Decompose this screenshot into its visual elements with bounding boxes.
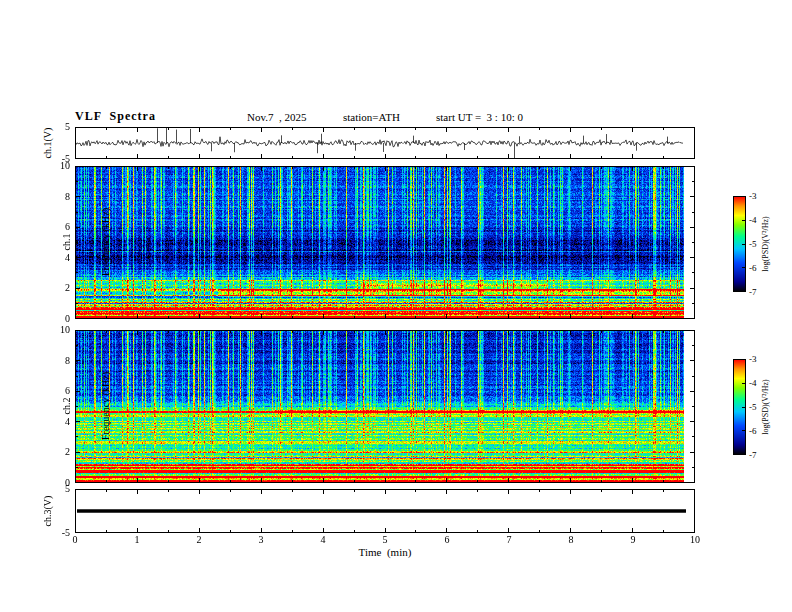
vlf-spectra-figure: VLF Spectra Nov.7 , 2025 station=ATH sta… (0, 0, 792, 612)
colorbar-1-tick-label: -7 (749, 287, 771, 297)
x-tick-label: 4 (313, 534, 333, 545)
spec1-y-tick-label: 4 (44, 252, 70, 263)
colorbar-ch2 (733, 359, 746, 455)
colorbar-1-tick-label: -5 (749, 239, 771, 249)
x-tick-label: 9 (623, 534, 643, 545)
ch2-spec-y-axis-label-line2: Frequency (kHz) (99, 341, 112, 471)
colorbar-2-tick-label: -7 (749, 450, 771, 460)
colorbar-1-tick-label: -6 (749, 263, 771, 273)
figure-title: VLF Spectra (75, 109, 156, 124)
colorbar-2-tick-label: -4 (749, 378, 771, 388)
x-tick-label: 10 (685, 534, 705, 545)
spec1-y-tick-label: 8 (44, 191, 70, 202)
colorbar-2-tick-label: -3 (749, 354, 771, 364)
x-axis-label: Time (min) (305, 546, 465, 558)
x-tick-label: 7 (499, 534, 519, 545)
colorbar-ch1 (733, 196, 746, 292)
station-label: station=ATH (343, 111, 400, 123)
wave1-y-tick-label: 5 (48, 121, 70, 132)
ch1-spec-y-axis-label-line2: Frequency (kHz) (99, 177, 112, 307)
ch2-spectrogram-plot (75, 330, 695, 483)
start-ut-label: start UT = 3 : 10: 0 (436, 111, 523, 123)
ch3-waveform-plot (75, 489, 695, 533)
x-tick-label: 5 (375, 534, 395, 545)
colorbar-2-tick-label: -5 (749, 402, 771, 412)
spec1-y-tick-label: 6 (44, 221, 70, 232)
x-tick-label: 8 (561, 534, 581, 545)
spec1-y-tick-label: 2 (44, 282, 70, 293)
date-label: Nov.7 , 2025 (247, 111, 306, 123)
ch1-spectrogram-plot (75, 166, 695, 319)
colorbar-1-tick-label: -4 (749, 215, 771, 225)
colorbar-2-tick-label: -6 (749, 426, 771, 436)
colorbar-1-tick-label: -3 (749, 191, 771, 201)
spec2-y-tick-label: 2 (44, 446, 70, 457)
spec2-y-tick-label: 10 (44, 324, 70, 335)
spec1-y-tick-label: 0 (44, 313, 70, 324)
x-tick-label: 2 (189, 534, 209, 545)
wave3-y-tick-label: 5 (48, 483, 70, 494)
x-tick-label: 6 (437, 534, 457, 545)
wave1-y-tick-label: -5 (48, 153, 70, 164)
x-tick-label: 1 (127, 534, 147, 545)
spec2-y-tick-label: 4 (44, 416, 70, 427)
wave3-y-tick-label: -5 (48, 527, 70, 538)
ch1-waveform-plot (75, 127, 695, 159)
spec2-y-tick-label: 8 (44, 355, 70, 366)
spec2-y-tick-label: 6 (44, 385, 70, 396)
x-tick-label: 3 (251, 534, 271, 545)
